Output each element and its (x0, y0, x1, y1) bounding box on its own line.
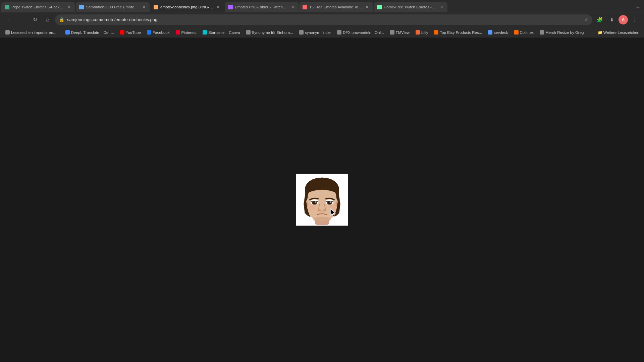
bookmark-item[interactable]: synonym finder (297, 29, 334, 36)
tab-favicon (154, 5, 158, 9)
bookmark-favicon (176, 30, 180, 35)
tab-close-button[interactable]: ✕ (290, 4, 295, 10)
browser-tab-4[interactable]: Emotes PNG-Bilder - Twitch.tv...✕ (225, 2, 299, 12)
bookmark-label: synonym finder (305, 31, 331, 35)
bookmark-label: Collmex (520, 31, 534, 35)
bookmark-divider: | (60, 31, 61, 35)
bookmarks-more-button[interactable]: 📁 Weitere Lesezeichen (596, 29, 641, 36)
tab-favicon (79, 5, 84, 9)
bookmark-item[interactable]: TMView (387, 29, 412, 36)
bookmark-favicon (416, 30, 420, 35)
bookmark-label: TMView (396, 31, 410, 35)
tab-close-button[interactable]: ✕ (215, 4, 221, 10)
bookmark-favicon (5, 30, 10, 35)
download-button[interactable]: ⬇ (606, 14, 617, 25)
bookmark-item[interactable]: Facebook (144, 29, 172, 36)
tab-close-button[interactable]: ✕ (66, 4, 72, 10)
tab-favicon (5, 5, 9, 9)
tab-title: 15 Free Emotes Available To Up... (309, 5, 362, 9)
bookmark-item[interactable]: YouTube (117, 29, 144, 36)
bookmark-label: Top Etsy Products Res... (440, 31, 482, 35)
tabs-bar: Pepe Twitch Emotes 6-Pack - G...✕Samnati… (0, 0, 644, 12)
bookmark-favicon (299, 30, 304, 35)
svg-point-22 (313, 217, 331, 222)
main-content (0, 38, 644, 362)
bookmark-favicon (434, 30, 438, 35)
bookmark-favicon (514, 30, 519, 35)
browser-tab-3[interactable]: emote-donhenley.png (PNG-G...✕ (150, 2, 224, 12)
bookmark-label: Merch Resize by Greg (545, 31, 584, 35)
svg-point-21 (323, 209, 327, 212)
bookmark-label: DeepL Translate – Der ... (71, 31, 114, 35)
svg-point-15 (315, 201, 316, 203)
bookmark-item[interactable]: Lesezeichen importieren... (3, 29, 59, 36)
browser-tab-2[interactable]: Samnation3000 Free Emotes an...✕ (76, 2, 150, 12)
bookmark-item[interactable]: Synonyme für Einhorn... (244, 29, 296, 36)
tab-title: Emotes PNG-Bilder - Twitch.tv... (235, 5, 288, 9)
tab-favicon (228, 5, 233, 9)
bookmark-label: sevdesk (494, 31, 508, 35)
svg-point-19 (329, 201, 331, 203)
tab-title: Samnation3000 Free Emotes an... (86, 5, 139, 9)
bookmark-item[interactable]: Top Etsy Products Res... (431, 29, 485, 36)
bookmark-item[interactable]: Pinterest (173, 29, 199, 36)
browser-tab-1[interactable]: Pepe Twitch Emotes 6-Pack - G...✕ (1, 2, 75, 12)
back-button[interactable]: ← (4, 14, 15, 25)
nav-actions: 🧩 ⬇ A ⋮ (594, 14, 640, 25)
bookmark-item[interactable]: Startseite – Canva (200, 29, 243, 36)
extensions-button[interactable]: 🧩 (594, 14, 605, 25)
bookmark-label: Lesezeichen importieren... (11, 31, 56, 35)
forward-button[interactable]: → (17, 14, 28, 25)
bookmark-item[interactable]: Merch Resize by Greg (537, 29, 586, 36)
bookmark-favicon (65, 30, 70, 35)
browser-chrome: Pepe Twitch Emotes 6-Pack - G...✕Samnati… (0, 0, 644, 38)
bookmark-item[interactable]: DeepL Translate – Der ... (63, 29, 117, 36)
bookmark-item[interactable]: bitly (413, 29, 431, 36)
bookmark-item[interactable]: DFX umwandeln - Onl... (334, 29, 387, 36)
svg-point-20 (317, 209, 321, 212)
tab-title: Pepe Twitch Emotes 6-Pack - G... (11, 5, 64, 9)
bookmark-favicon (337, 30, 341, 35)
bookmark-item[interactable]: Collmex (512, 29, 537, 36)
home-button[interactable]: ⌂ (42, 14, 53, 25)
tab-close-button[interactable]: ✕ (141, 4, 146, 10)
star-icon[interactable]: ☆ (584, 17, 588, 22)
svg-point-14 (313, 201, 316, 204)
bookmark-favicon (147, 30, 151, 35)
address-bar[interactable]: 🔒 samjennings.com/emote/emote-donhenley.… (55, 14, 592, 25)
bookmark-favicon (203, 30, 207, 35)
browser-tab-6[interactable]: Home-Free Twitch Emotes - Down...✕ (374, 2, 447, 12)
svg-point-24 (329, 205, 336, 211)
bookmark-favicon (246, 30, 251, 35)
nav-bar: ← → ↻ ⌂ 🔒 samjennings.com/emote/emote-do… (0, 12, 644, 27)
bookmarks-bar: Lesezeichen importieren...|DeepL Transla… (0, 27, 644, 38)
bookmark-label: Facebook (153, 31, 170, 35)
svg-point-18 (328, 201, 331, 204)
bookmark-item[interactable]: sevdesk (485, 29, 511, 36)
bookmark-label: bitly (421, 31, 428, 35)
tab-title: emote-donhenley.png (PNG-G... (160, 5, 213, 9)
bookmark-label: Startseite – Canva (208, 31, 240, 35)
bookmark-label: YouTube (126, 31, 141, 35)
face-image (298, 175, 346, 225)
menu-button[interactable]: ⋮ (629, 14, 640, 25)
tab-title: Home-Free Twitch Emotes - Down... (384, 5, 437, 9)
reload-button[interactable]: ↻ (30, 14, 40, 25)
bookmark-favicon (390, 30, 394, 35)
lock-icon: 🔒 (59, 17, 64, 22)
bookmark-favicon (120, 30, 124, 35)
svg-point-23 (307, 205, 315, 211)
tab-close-button[interactable]: ✕ (364, 4, 370, 10)
tab-favicon (377, 5, 382, 9)
profile-button[interactable]: A (619, 15, 628, 24)
bookmark-label: Pinterest (181, 31, 197, 35)
new-tab-button[interactable]: + (633, 3, 643, 12)
url-display: samjennings.com/emote/emote-donhenley.pn… (67, 17, 582, 22)
tab-favicon (303, 5, 307, 9)
bookmark-favicon (540, 30, 544, 35)
bookmark-label: DFX umwandeln - Onl... (343, 31, 384, 35)
browser-tab-5[interactable]: 15 Free Emotes Available To Up...✕ (299, 2, 373, 12)
tab-close-button[interactable]: ✕ (439, 4, 444, 10)
bookmark-label: Synonyme für Einhorn... (252, 31, 293, 35)
face-svg (298, 175, 346, 225)
